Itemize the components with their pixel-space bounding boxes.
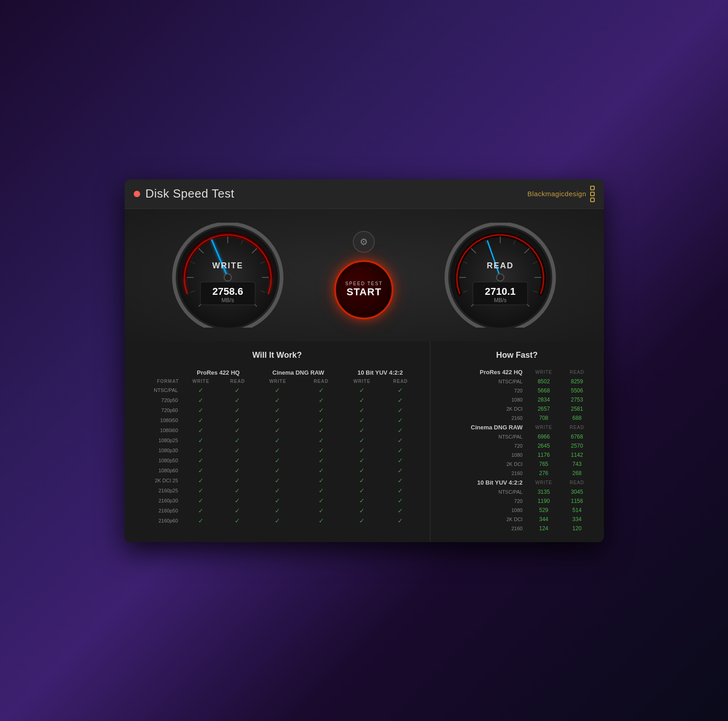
hf-row-label: 2K DCI: [441, 515, 526, 524]
hf-data-row: 2160276268: [441, 469, 593, 478]
hf-data-row: 2K DCI26572581: [441, 404, 593, 413]
format-label: 2160p60: [136, 516, 182, 526]
check-cell: ✓: [342, 425, 382, 435]
hf-write-sub: WRITE: [526, 478, 561, 487]
check-cell: ✓: [342, 506, 382, 516]
cinema-write-header: WRITE: [255, 377, 301, 385]
hf-read-val: 120: [561, 524, 593, 533]
brand-dot-2: [590, 192, 595, 196]
check-cell: ✓: [182, 415, 220, 425]
how-fast-section: How Fast? ProRes 422 HQWRITEREADNTSC/PAL…: [430, 341, 604, 542]
hf-data-row: 2K DCI765743: [441, 460, 593, 469]
close-button[interactable]: [134, 191, 140, 197]
hf-write-val: 2657: [526, 404, 561, 413]
title-bar-left: Disk Speed Test: [134, 187, 235, 201]
hf-write-val: 529: [526, 506, 561, 515]
check-cell: ✓: [255, 486, 301, 496]
write-gauge: WRITE 2758.6 MB/s: [164, 223, 292, 328]
check-cell: ✓: [300, 385, 341, 395]
hf-row-label: 720: [441, 386, 526, 395]
check-cell: ✓: [342, 415, 382, 425]
hf-row-label: NTSC/PAL: [441, 377, 526, 386]
check-cell: ✓: [255, 395, 301, 405]
gauges-section: WRITE 2758.6 MB/s ⚙ SPEED TEST START: [125, 209, 604, 341]
hf-read-val: 6768: [561, 432, 593, 441]
center-area: ⚙ SPEED TEST START: [334, 231, 393, 319]
check-cell: ✓: [220, 486, 255, 496]
data-section: Will It Work? ProRes 422 HQ Cinema DNG R…: [125, 341, 604, 542]
check-cell: ✓: [182, 435, 220, 445]
yuv-header: 10 Bit YUV 4:2:2: [342, 367, 419, 377]
start-button[interactable]: SPEED TEST START: [334, 260, 393, 319]
hf-read-sub: READ: [561, 478, 593, 487]
check-cell: ✓: [382, 435, 419, 445]
check-cell: ✓: [182, 445, 220, 455]
how-fast-table: ProRes 422 HQWRITEREADNTSC/PAL8502825972…: [441, 367, 593, 533]
write-value: 2758.6: [213, 286, 243, 297]
prores-write-header: WRITE: [182, 377, 220, 385]
hf-write-val: 1176: [526, 450, 561, 460]
hf-row-label: 1080: [441, 450, 526, 460]
check-cell: ✓: [255, 435, 301, 445]
table-row: 1080p25✓✓✓✓✓✓: [136, 435, 419, 445]
app-window: Disk Speed Test Blackmagicdesign: [125, 179, 604, 542]
check-cell: ✓: [382, 486, 419, 496]
read-unit: MB/s: [494, 297, 506, 303]
check-cell: ✓: [182, 385, 220, 395]
table-row: 2160p30✓✓✓✓✓✓: [136, 496, 419, 506]
check-cell: ✓: [382, 506, 419, 516]
check-cell: ✓: [382, 475, 419, 486]
hf-read-val: 334: [561, 515, 593, 524]
format-label: 720p50: [136, 395, 182, 405]
table-row: 2160p50✓✓✓✓✓✓: [136, 506, 419, 516]
format-label: NTSC/PAL: [136, 385, 182, 395]
hf-data-row: 72011901156: [441, 496, 593, 506]
check-cell: ✓: [300, 516, 341, 526]
hf-data-row: 108011761142: [441, 450, 593, 460]
hf-data-row: NTSC/PAL69666768: [441, 432, 593, 441]
check-cell: ✓: [255, 516, 301, 526]
yuv-write-header: WRITE: [342, 377, 382, 385]
hf-group-header-row: 10 Bit YUV 4:2:2WRITEREAD: [441, 478, 593, 487]
brand-logo: Blackmagicdesign: [528, 186, 595, 202]
hf-write-val: 3135: [526, 487, 561, 496]
brand-dot-3: [590, 198, 595, 202]
hf-row-label: NTSC/PAL: [441, 487, 526, 496]
format-label: 1080i60: [136, 425, 182, 435]
check-cell: ✓: [182, 455, 220, 465]
format-label: 1080p60: [136, 465, 182, 475]
hf-write-val: 344: [526, 515, 561, 524]
check-cell: ✓: [382, 465, 419, 475]
check-cell: ✓: [300, 455, 341, 465]
check-cell: ✓: [342, 405, 382, 415]
check-cell: ✓: [182, 486, 220, 496]
check-cell: ✓: [220, 415, 255, 425]
hf-row-label: NTSC/PAL: [441, 432, 526, 441]
check-cell: ✓: [300, 425, 341, 435]
hf-write-val: 765: [526, 460, 561, 469]
format-header: [136, 367, 182, 377]
hf-read-val: 743: [561, 460, 593, 469]
check-cell: ✓: [342, 435, 382, 445]
check-cell: ✓: [255, 475, 301, 486]
hf-read-val: 1142: [561, 450, 593, 460]
format-label: 2K DCI 25: [136, 475, 182, 486]
hf-read-val: 2570: [561, 441, 593, 450]
check-cell: ✓: [382, 395, 419, 405]
check-cell: ✓: [255, 385, 301, 395]
check-cell: ✓: [220, 465, 255, 475]
gear-button[interactable]: ⚙: [353, 231, 375, 253]
hf-row-label: 2K DCI: [441, 404, 526, 413]
check-cell: ✓: [382, 385, 419, 395]
write-unit: MB/s: [221, 297, 234, 303]
check-cell: ✓: [300, 445, 341, 455]
check-cell: ✓: [220, 506, 255, 516]
check-cell: ✓: [342, 445, 382, 455]
check-cell: ✓: [255, 415, 301, 425]
table-row: 1080p30✓✓✓✓✓✓: [136, 445, 419, 455]
check-cell: ✓: [220, 516, 255, 526]
table-row: NTSC/PAL✓✓✓✓✓✓: [136, 385, 419, 395]
hf-read-val: 688: [561, 413, 593, 423]
hf-read-val: 5506: [561, 386, 593, 395]
hf-group-header-row: ProRes 422 HQWRITEREAD: [441, 367, 593, 377]
